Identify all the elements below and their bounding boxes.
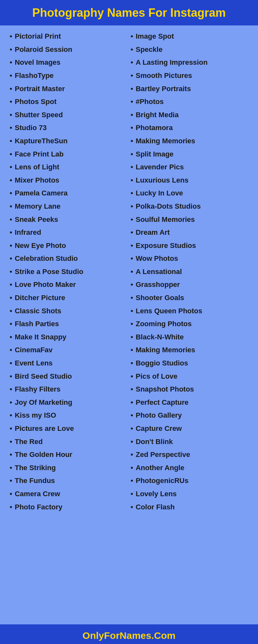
list-item: Camera Crew [10,489,127,499]
list-item: Snapshot Photos [131,385,248,394]
list-item: Black-N-White [131,333,248,342]
footer: OnlyForNames.Com [0,624,258,644]
list-item: Make It Snappy [10,333,127,342]
columns-wrapper: Pictorial PrintPolaroid SessionNovel Ima… [10,32,248,516]
list-item: PhotogenicRUs [131,476,248,486]
list-item: Polaroid Session [10,45,127,54]
list-item: Capture Crew [131,424,248,433]
list-item: Exposure Studios [131,241,248,251]
list-item: New Eye Photo [10,241,127,251]
list-item: Face Print Lab [10,150,127,159]
list-item: Pictorial Print [10,32,127,41]
list-item: Mixer Photos [10,176,127,185]
list-item: Luxurious Lens [131,176,248,185]
list-item: Novel Images [10,58,127,67]
list-item: Lovely Lens [131,489,248,499]
list-item: Speckle [131,45,248,54]
list-item: Kiss my ISO [10,411,127,420]
list-item: Flash Parties [10,319,127,329]
list-item: Perfect Capture [131,398,248,407]
list-item: Shooter Goals [131,293,248,303]
header: Photography Names For Instagram [0,0,258,25]
list-item: Portrait Master [10,84,127,94]
list-item: Making Memories [131,346,248,355]
list-item: FlashoType [10,71,127,80]
list-item: Split Image [131,150,248,159]
header-title: Photography Names For Instagram [6,6,252,20]
right-column: Image SpotSpeckleA Lasting ImpressionSmo… [131,32,248,516]
list-item: KaptureTheSun [10,137,127,146]
list-item: Another Angle [131,463,248,473]
list-item: Photo Gallery [131,411,248,420]
list-item: Lens of Light [10,163,127,172]
list-item: The Striking [10,463,127,473]
list-item: Photos Spot [10,97,127,107]
list-item: Zooming Photos [131,319,248,329]
list-item: Classic Shots [10,307,127,316]
list-item: Polka-Dots Studios [131,202,248,211]
list-item: The Fundus [10,476,127,486]
list-item: Memory Lane [10,202,127,211]
list-item: Don't Blink [131,437,248,447]
list-item: Bird Seed Studio [10,372,127,381]
list-item: Lucky In Love [131,189,248,198]
list-item: Making Memories [131,137,248,146]
list-item: Bartley Portraits [131,84,248,94]
list-item: Flashy Filters [10,385,127,394]
list-item: Lavender Pics [131,163,248,172]
list-item: A Lasting Impression [131,58,248,67]
list-item: Sneak Peeks [10,215,127,224]
list-item: Love Photo Maker [10,280,127,289]
list-item: Bright Media [131,110,248,120]
list-item: Pamela Camera [10,189,127,198]
list-item: A Lensational [131,267,248,277]
list-item: Image Spot [131,32,248,41]
list-item: Smooth Pictures [131,71,248,80]
list-item: Studio 73 [10,123,127,133]
footer-text: OnlyForNames.Com [83,630,175,641]
list-item: Soulful Memories [131,215,248,224]
list-item: Pics of Love [131,372,248,381]
list-item: Photo Factory [10,503,127,512]
list-item: Photamora [131,123,248,133]
list-item: Pictures are Love [10,424,127,433]
content-area: Pictorial PrintPolaroid SessionNovel Ima… [0,25,258,624]
list-item: Grasshopper [131,280,248,289]
left-column: Pictorial PrintPolaroid SessionNovel Ima… [10,32,127,516]
list-item: Strike a Pose Studio [10,267,127,277]
list-item: Infrared [10,228,127,237]
list-item: Boggio Studios [131,359,248,368]
list-item: Zed Perspective [131,450,248,459]
list-item: Ditcher Picture [10,293,127,303]
list-item: #Photos [131,97,248,107]
list-item: The Golden Hour [10,450,127,459]
list-item: Celebration Studio [10,254,127,263]
list-item: Lens Queen Photos [131,307,248,316]
list-item: Joy Of Marketing [10,398,127,407]
list-item: Shutter Speed [10,110,127,120]
list-item: CinemaFav [10,346,127,355]
list-item: Event Lens [10,359,127,368]
list-item: Dream Art [131,228,248,237]
list-item: The Red [10,437,127,447]
list-item: Wow Photos [131,254,248,263]
list-item: Color Flash [131,503,248,512]
